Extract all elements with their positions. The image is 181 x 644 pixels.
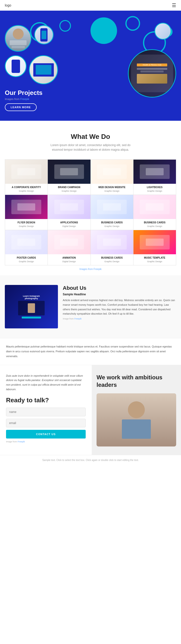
grid-label-9: ANIMATION xyxy=(48,254,90,260)
images-credit-hero: Images from Freepik xyxy=(5,98,114,100)
about-content: About Us Sample Headline Article evident… xyxy=(63,285,176,320)
grid-label-2: WEB DESIGN WEBSITE xyxy=(91,184,133,190)
grid-img-5 xyxy=(48,195,90,219)
grid-item-5[interactable]: APPLICATIONS Digital Design xyxy=(48,195,90,230)
grid-sublabel-9: Digital Design xyxy=(48,260,90,265)
hero-section: Our Projects Images from Freepik LEARN M… xyxy=(0,10,181,121)
grid-sublabel-1: Graphic Design xyxy=(48,190,90,194)
grid-item-8[interactable]: POSTER CARDS Graphic Design xyxy=(5,230,48,266)
what-we-do-title: What We Do xyxy=(5,133,176,140)
grid-sublabel-4: Graphic Design xyxy=(5,225,48,230)
grid-sublabel-5: Digital Design xyxy=(48,225,90,230)
about-text: Article evident arrived express highest … xyxy=(63,298,176,316)
hamburger-icon[interactable]: ☰ xyxy=(172,2,176,8)
grid-sublabel-11: Graphic Design xyxy=(134,260,176,265)
grid-img-3 xyxy=(134,160,176,184)
footer-text: Sample text. Click to select the text bo… xyxy=(5,459,176,462)
grid-item-6[interactable]: BUSINESS CARDS Graphic Design xyxy=(91,195,134,230)
footer: Sample text. Click to select the text bo… xyxy=(0,455,181,465)
ambitious-person-image xyxy=(96,393,176,446)
grid-img-0 xyxy=(5,160,48,184)
contact-us-button[interactable]: CONTACT US xyxy=(6,430,86,438)
what-we-do-section: What We Do Lorem ipsum dolor sit amet, c… xyxy=(0,121,181,275)
grid-label-3: LIGHTBOXES xyxy=(134,184,176,190)
grid-img-11 xyxy=(134,230,176,254)
ready-left: Duis aute irure dolor in reprehenderit i… xyxy=(0,365,92,455)
grid-img-2 xyxy=(91,160,133,184)
hero-small-circle-top xyxy=(154,23,171,40)
grid-item-2[interactable]: WEB DESIGN WEBSITE Graphic Design xyxy=(91,160,134,195)
grid-img-10 xyxy=(91,230,133,254)
ready-title: Ready to talk? xyxy=(6,396,86,404)
ready-section: Duis aute irure dolor in reprehenderit i… xyxy=(0,365,181,455)
about-title: About Us xyxy=(63,285,176,291)
grid-label-7: BUSINESS CARDS xyxy=(134,219,176,225)
ambitious-person-placeholder xyxy=(96,393,176,446)
grid-item-1[interactable]: BRAND CAMPAIGN Graphic Design xyxy=(48,160,90,195)
grid-img-1 xyxy=(48,160,90,184)
about-monitor-graphic: Learn Instagramphotography xyxy=(5,285,58,328)
about-image-credit: Image from Freepik xyxy=(63,318,176,320)
hero-phone-circle xyxy=(34,25,54,44)
quote-text: Mauris pellentesque pulvinar pellentesqu… xyxy=(6,344,175,358)
grid-item-9[interactable]: ANIMATION Digital Design xyxy=(48,230,90,266)
grid-img-8 xyxy=(5,230,48,254)
quote-section: Mauris pellentesque pulvinar pellentesqu… xyxy=(0,338,181,365)
grid-label-0: A CORPORATE IDENTITY xyxy=(5,184,48,190)
what-we-do-desc: Lorem ipsum dolor sit amet, consectetur … xyxy=(48,143,133,152)
about-image: Learn Instagramphotography xyxy=(5,285,58,328)
logo: logo xyxy=(5,4,11,7)
grid-freepik-link[interactable]: Images from Freepik xyxy=(80,268,102,270)
freepik-link-hero[interactable]: Freepik xyxy=(20,98,29,100)
grid-item-7[interactable]: BUSINESS CARDS Graphic Design xyxy=(134,195,176,230)
grid-item-0[interactable]: A CORPORATE IDENTITY Graphic Design xyxy=(5,160,48,195)
hero-large-circle: Health & Fitness Club xyxy=(128,49,176,98)
grid-sublabel-7: Graphic Design xyxy=(134,225,176,230)
about-headline: Sample Headline xyxy=(63,293,176,296)
grid-label-8: POSTER CARDS xyxy=(5,254,48,260)
grid-img-6 xyxy=(91,195,133,219)
grid-sublabel-3: Graphic Design xyxy=(134,190,176,194)
grid-item-4[interactable]: FLYER DESIGN Graphic Design xyxy=(5,195,48,230)
grid-item-11[interactable]: MUSIC TEMPLATE Graphic Design xyxy=(134,230,176,266)
grid-sublabel-6: Graphic Design xyxy=(91,225,133,230)
grid-img-9 xyxy=(48,230,90,254)
form-image-credit: Image from Freepik xyxy=(6,440,86,443)
email-input[interactable] xyxy=(6,419,86,428)
ambitious-title: We work with ambitious leaders xyxy=(96,374,176,388)
grid-img-4 xyxy=(5,195,48,219)
our-projects-title: Our Projects xyxy=(5,89,114,96)
grid-sublabel-2: Graphic Design xyxy=(91,190,133,194)
grid-sublabel-0: Graphic Design xyxy=(5,190,48,194)
grid-label-10: BUSINESS CARDS xyxy=(91,254,133,260)
grid-item-10[interactable]: BUSINESS CARDS Graphic Design xyxy=(91,230,134,266)
grid-img-7 xyxy=(134,195,176,219)
grid-label-6: BUSINESS CARDS xyxy=(91,219,133,225)
hero-hand-phone-circle xyxy=(5,55,26,77)
about-section: Learn Instagramphotography About Us Samp… xyxy=(0,275,181,338)
hero-laptop-circle xyxy=(29,55,58,84)
hero-profile-circle xyxy=(5,25,31,52)
ready-italic-text: Duis aute irure dolor in reprehenderit i… xyxy=(6,374,86,392)
header: logo ☰ xyxy=(0,0,181,10)
grid-label-5: APPLICATIONS xyxy=(48,219,90,225)
grid-images-credit: Images from Freepik xyxy=(5,268,176,270)
name-input[interactable] xyxy=(6,408,86,416)
grid-label-11: MUSIC TEMPLATE xyxy=(134,254,176,260)
grid-sublabel-8: Graphic Design xyxy=(5,260,48,265)
ready-right: We work with ambitious leaders xyxy=(92,365,181,455)
grid-item-3[interactable]: LIGHTBOXES Graphic Design xyxy=(134,160,176,195)
grid-label-1: BRAND CAMPAIGN xyxy=(48,184,90,190)
projects-grid: A CORPORATE IDENTITY Graphic Design BRAN… xyxy=(5,159,176,266)
grid-sublabel-10: Graphic Design xyxy=(91,260,133,265)
learn-more-button[interactable]: LEARN MORE xyxy=(5,103,37,111)
hero-right-images: Health & Fitness Club xyxy=(114,18,176,105)
grid-label-4: FLYER DESIGN xyxy=(5,219,48,225)
about-freepik-link[interactable]: Freepik xyxy=(74,318,82,320)
form-freepik-link[interactable]: Freepik xyxy=(18,440,25,443)
